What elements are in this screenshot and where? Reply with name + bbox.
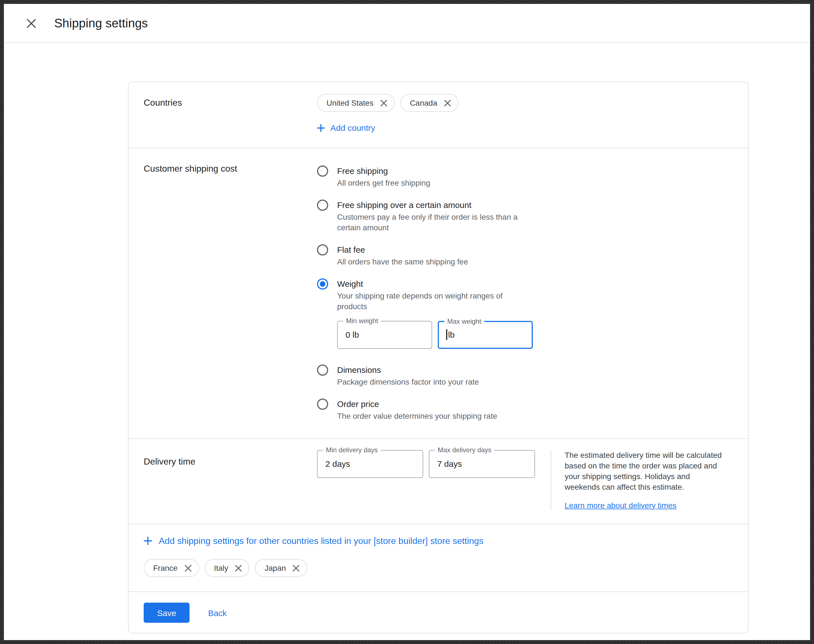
min-weight-input[interactable]: Min weight 0 lb (337, 320, 432, 348)
delivery-note-text: The estimated delivery time will be calc… (565, 450, 724, 492)
option-description: Your shipping rate depends on weight ran… (337, 290, 527, 312)
close-icon (380, 99, 388, 106)
radio-option-free-over-amount[interactable]: Free shipping over a certain amount Cust… (317, 199, 533, 233)
country-chip-united-states: United States (317, 94, 395, 112)
countries-section: Countries United States (129, 82, 748, 147)
plus-icon (144, 537, 152, 545)
min-delivery-days-input[interactable]: Min delivery days 2 days (317, 450, 423, 478)
shipping-cost-section: Customer shipping cost Free shipping All… (129, 148, 748, 438)
chip-label: Italy (214, 563, 228, 572)
min-delivery-days-value: 2 days (325, 459, 350, 468)
country-chips: United States Canada (317, 94, 458, 112)
shipping-cost-options: Free shipping All orders get free shippi… (317, 148, 533, 438)
max-delivery-days-value: 7 days (437, 459, 462, 468)
option-description: The order value determines your shipping… (337, 411, 497, 421)
delivery-note: The estimated delivery time will be calc… (551, 450, 724, 510)
close-icon (293, 564, 300, 572)
option-description: Customers pay a fee only if their order … (337, 212, 527, 233)
add-shipping-settings-label: Add shipping settings for other countrie… (159, 536, 484, 546)
delivery-time-section: Delivery time Min delivery days 2 days M… (129, 439, 748, 523)
text-cursor (446, 329, 447, 340)
remove-country-button[interactable] (184, 564, 192, 572)
max-delivery-days-label: Max delivery days (435, 446, 494, 454)
min-weight-label: Min weight (343, 317, 381, 325)
radio-button[interactable] (317, 199, 328, 210)
radio-button[interactable] (317, 398, 328, 409)
option-description: All orders get free shipping (337, 178, 430, 188)
country-chip-italy: Italy (204, 559, 249, 577)
shipping-cost-label: Customer shipping cost (129, 148, 317, 438)
shipping-settings-dialog: Shipping settings Countries United State… (4, 4, 810, 640)
radio-button[interactable] (317, 278, 328, 289)
remove-country-button[interactable] (293, 564, 300, 572)
delivery-fields: Min delivery days 2 days Max delivery da… (317, 450, 535, 478)
add-shipping-settings-button[interactable]: Add shipping settings for other countrie… (144, 536, 484, 546)
chip-label: Japan (265, 563, 286, 572)
delivery-times-link[interactable]: Learn more about delivery times (565, 501, 676, 509)
add-country-button[interactable]: Add country (317, 123, 375, 132)
other-country-chips: France Italy (144, 559, 733, 577)
radio-option-dimensions[interactable]: Dimensions Package dimensions factor int… (317, 363, 533, 387)
window-frame: Shipping settings Countries United State… (0, 0, 814, 644)
remove-country-button[interactable] (380, 99, 388, 106)
country-chip-france: France (144, 559, 199, 577)
radio-option-free-shipping[interactable]: Free shipping All orders get free shippi… (317, 165, 533, 188)
radio-button[interactable] (317, 364, 328, 376)
max-weight-value: lb (448, 330, 455, 339)
plus-icon (317, 124, 325, 132)
country-chip-japan: Japan (255, 559, 307, 577)
chip-label: France (153, 563, 178, 572)
option-title: Free shipping (337, 165, 430, 177)
radio-option-flat-fee[interactable]: Flat fee All orders have the same shippi… (317, 244, 533, 267)
option-title: Dimensions (337, 363, 479, 376)
remove-country-button[interactable] (235, 564, 242, 572)
countries-label: Countries (129, 82, 317, 147)
radio-button[interactable] (317, 165, 328, 176)
min-weight-value: 0 lb (345, 330, 359, 339)
remove-country-button[interactable] (444, 99, 451, 106)
delivery-time-label: Delivery time (129, 450, 317, 510)
settings-card: Countries United States (128, 81, 749, 633)
add-country-label: Add country (330, 123, 375, 132)
weight-fields: Min weight 0 lb Max weight lb (337, 320, 533, 348)
radio-option-weight[interactable]: Weight Your shipping rate depends on wei… (317, 278, 533, 353)
other-countries-section: Add shipping settings for other countrie… (129, 524, 748, 592)
radio-button[interactable] (317, 244, 328, 255)
min-delivery-days-label: Min delivery days (323, 446, 380, 454)
close-icon (444, 99, 451, 106)
close-icon (184, 564, 192, 572)
option-title: Weight (337, 278, 533, 290)
chip-label: United States (327, 98, 374, 107)
option-title: Free shipping over a certain amount (337, 199, 527, 211)
countries-controls: United States Canada (317, 82, 458, 147)
card-footer: Save Back (129, 592, 748, 633)
option-description: All orders have the same shipping fee (337, 256, 468, 267)
chip-label: Canada (410, 98, 437, 107)
option-title: Flat fee (337, 244, 468, 256)
option-description: Package dimensions factor into your rate (337, 377, 479, 387)
page-title: Shipping settings (54, 16, 148, 31)
max-weight-label: Max weight (445, 317, 484, 325)
save-button[interactable]: Save (144, 603, 190, 623)
close-button[interactable] (23, 15, 40, 32)
max-weight-input[interactable]: Max weight lb (438, 320, 533, 348)
topbar: Shipping settings (4, 4, 810, 43)
country-chip-canada: Canada (400, 94, 458, 112)
radio-option-order-price[interactable]: Order price The order value determines y… (317, 398, 533, 421)
close-icon (235, 564, 242, 572)
close-icon (26, 18, 36, 28)
option-title: Order price (337, 398, 497, 410)
back-button[interactable]: Back (208, 608, 227, 618)
max-delivery-days-input[interactable]: Max delivery days 7 days (429, 450, 535, 478)
